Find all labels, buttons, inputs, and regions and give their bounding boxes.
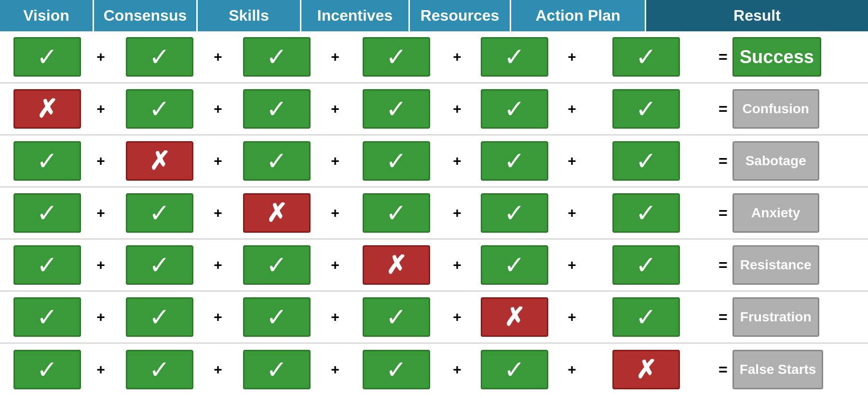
check-icon: ✓ [126,37,193,77]
header-vision: Vision [0,0,94,31]
cell-vision-row0: ✓ [0,32,94,81]
cell-resources-row1: ✓ [464,84,565,133]
cell-skills-row0: ✓ [225,32,328,81]
cell-result-row3: =Anxiety [714,188,868,238]
check-icon: ✓ [126,193,193,233]
table-row: ✓+✗+✓+✓+✓+✓=Sabotage [0,135,868,187]
equals-operator: = [719,204,728,222]
plus-operator: + [450,205,464,221]
check-icon: ✓ [14,141,81,181]
plus-operator: + [94,49,108,65]
plus-operator: + [211,49,225,65]
plus-operator: + [211,257,225,273]
cell-consensus-row4: ✓ [108,240,211,290]
cell-incentives-row1: ✓ [342,84,450,133]
header-incentives: Incentives [301,0,410,31]
cell-incentives-row5: ✓ [342,292,450,342]
plus-operator: + [211,153,225,169]
check-icon: ✓ [14,297,81,337]
cell-action_plan-row3: ✓ [579,188,714,238]
plus-operator: + [94,309,108,325]
cell-skills-row2: ✓ [225,136,328,186]
check-icon: ✓ [612,297,680,337]
check-icon: ✓ [481,89,548,129]
cell-result-row1: =Confusion [714,84,868,133]
plus-operator: + [450,257,464,273]
plus-operator: + [565,101,579,117]
plus-operator: + [565,361,579,378]
cell-consensus-row6: ✓ [108,345,211,394]
check-icon: ✓ [243,89,311,129]
check-icon: ✓ [612,37,680,77]
cross-icon: ✗ [612,350,680,389]
plus-operator: + [328,361,342,378]
cell-result-row2: =Sabotage [714,136,868,186]
result-label: Success [732,37,821,77]
table-row: ✓+✓+✓+✓+✓+✗=False Starts [0,344,868,396]
check-icon: ✓ [14,350,81,389]
plus-operator: + [211,205,225,221]
cell-skills-row6: ✓ [225,345,328,394]
table-row: ✓+✓+✓+✓+✓+✓=Success [0,31,868,83]
plus-operator: + [328,309,342,325]
check-icon: ✓ [612,245,680,285]
cell-incentives-row6: ✓ [342,345,450,394]
check-icon: ✓ [363,37,430,77]
cell-consensus-row5: ✓ [108,292,211,342]
check-icon: ✓ [481,245,548,285]
footer-text: Lippit-Knoster Model for Managing Comple… [0,396,868,398]
cross-icon: ✗ [481,297,548,337]
cross-icon: ✗ [363,245,430,285]
result-label: Confusion [732,89,819,129]
plus-operator: + [450,101,464,117]
plus-operator: + [450,309,464,325]
check-icon: ✓ [243,297,311,337]
plus-operator: + [328,101,342,117]
cell-resources-row3: ✓ [464,188,565,238]
header-actionplan: Action Plan [511,0,646,31]
cell-resources-row5: ✗ [464,292,565,342]
check-icon: ✓ [14,245,81,285]
cell-result-row0: =Success [714,32,868,81]
result-label: Frustration [732,297,819,337]
check-icon: ✓ [481,141,548,181]
plus-operator: + [211,361,225,378]
cell-vision-row4: ✓ [0,240,94,290]
cell-result-row5: =Frustration [714,292,868,342]
check-icon: ✓ [363,297,430,337]
plus-operator: + [94,361,108,378]
cell-incentives-row3: ✓ [342,188,450,238]
header-result: Result [646,0,868,31]
cell-vision-row5: ✓ [0,292,94,342]
result-label: Sabotage [732,141,819,181]
cell-vision-row3: ✓ [0,188,94,238]
check-icon: ✓ [126,89,193,129]
result-label: False Starts [732,350,824,389]
cell-resources-row6: ✓ [464,345,565,394]
data-rows: ✓+✓+✓+✓+✓+✓=Success✗+✓+✓+✓+✓+✓=Confusion… [0,31,868,396]
check-icon: ✓ [612,89,680,129]
check-icon: ✓ [14,37,81,77]
cell-resources-row0: ✓ [464,32,565,81]
result-label: Resistance [732,245,819,285]
cell-incentives-row4: ✗ [342,240,450,290]
plus-operator: + [328,257,342,273]
check-icon: ✓ [363,89,430,129]
cell-result-row4: =Resistance [714,240,868,290]
cell-incentives-row0: ✓ [342,32,450,81]
cell-consensus-row2: ✗ [108,136,211,186]
check-icon: ✓ [126,245,193,285]
cell-resources-row2: ✓ [464,136,565,186]
equals-operator: = [719,48,728,66]
cell-vision-row2: ✓ [0,136,94,186]
cell-vision-row6: ✓ [0,345,94,394]
cell-action_plan-row5: ✓ [579,292,714,342]
check-icon: ✓ [481,350,548,389]
check-icon: ✓ [243,141,311,181]
table-row: ✓+✓+✗+✓+✓+✓=Anxiety [0,187,868,239]
check-icon: ✓ [363,193,430,233]
equals-operator: = [719,361,728,379]
cross-icon: ✗ [243,193,311,233]
header-skills: Skills [198,0,301,31]
cell-action_plan-row6: ✗ [579,345,714,394]
